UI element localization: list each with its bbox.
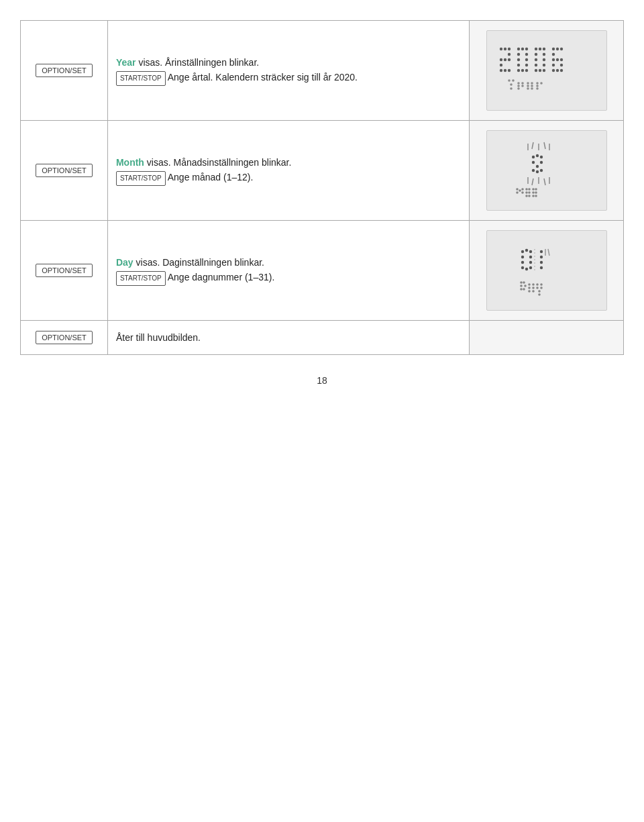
svg-point-97 (535, 188, 537, 191)
svg-point-99 (535, 191, 537, 194)
lcd-day-display (486, 230, 607, 311)
svg-point-29 (542, 58, 545, 61)
svg-point-19 (525, 64, 527, 66)
svg-point-120 (520, 285, 523, 287)
svg-point-126 (532, 283, 535, 286)
svg-point-115 (539, 261, 542, 264)
text-cell-day: Day visas. Daginställningen blinkar. STA… (107, 221, 469, 321)
svg-point-72 (535, 154, 538, 157)
svg-point-9 (503, 69, 506, 72)
svg-point-73 (539, 156, 542, 158)
svg-line-81 (532, 178, 533, 185)
svg-point-44 (551, 69, 554, 72)
day-lcd-svg (493, 237, 600, 304)
svg-point-32 (534, 69, 537, 72)
display-cell-month (470, 121, 624, 221)
svg-point-58 (527, 85, 529, 87)
svg-point-119 (520, 281, 523, 284)
svg-point-125 (528, 283, 531, 286)
svg-point-121 (520, 288, 523, 291)
svg-point-34 (542, 69, 545, 72)
svg-point-88 (521, 188, 524, 191)
option-set-button-year[interactable]: OPTION/SET (36, 64, 93, 77)
svg-point-86 (516, 191, 519, 194)
svg-point-71 (531, 156, 534, 158)
table-row: OPTION/SET Åter till huvudbilden. (21, 321, 624, 355)
svg-point-114 (539, 256, 542, 258)
svg-point-108 (529, 261, 531, 264)
svg-point-78 (535, 170, 538, 173)
svg-point-109 (521, 266, 523, 269)
svg-point-62 (536, 82, 539, 85)
svg-point-127 (528, 287, 531, 289)
svg-point-30 (534, 64, 537, 66)
svg-point-76 (535, 165, 538, 168)
button-cell-return: OPTION/SET (21, 321, 108, 355)
month-lcd-svg (493, 137, 600, 204)
start-stop-button-month[interactable]: START/STOP (116, 171, 166, 186)
text-cell-return: Åter till huvudbilden. (107, 321, 469, 355)
svg-point-38 (551, 53, 554, 56)
svg-point-107 (521, 261, 523, 264)
svg-point-55 (517, 87, 520, 90)
svg-point-5 (503, 58, 506, 61)
svg-point-60 (527, 87, 529, 90)
keyword-day: Day (116, 257, 133, 268)
svg-point-49 (510, 83, 513, 86)
svg-point-3 (507, 53, 510, 56)
svg-point-123 (524, 285, 527, 287)
return-description: Åter till huvudbilden. (116, 332, 201, 343)
svg-point-1 (503, 48, 506, 50)
option-set-button-month[interactable]: OPTION/SET (36, 164, 93, 177)
lcd-month-display (486, 130, 607, 211)
text-cell-month: Month visas. Månadsinställningen blinkar… (107, 121, 469, 221)
svg-point-74 (531, 161, 534, 164)
svg-point-17 (525, 58, 527, 61)
svg-point-113 (539, 250, 542, 253)
svg-point-0 (499, 48, 502, 50)
start-stop-button-day[interactable]: START/STOP (116, 271, 166, 286)
svg-point-14 (517, 53, 519, 56)
svg-point-93 (528, 191, 531, 194)
day-desc-2: Ange dagnummer (1–31). (168, 272, 275, 282)
svg-point-92 (525, 191, 528, 194)
svg-point-130 (532, 290, 535, 293)
option-set-button-return[interactable]: OPTION/SET (36, 331, 93, 344)
svg-point-41 (559, 58, 562, 61)
svg-point-96 (532, 188, 535, 191)
svg-point-128 (532, 287, 535, 289)
option-set-button-day[interactable]: OPTION/SET (36, 264, 93, 277)
svg-point-7 (499, 64, 502, 66)
svg-point-39 (551, 58, 554, 61)
svg-point-91 (528, 188, 531, 191)
svg-point-111 (529, 266, 531, 269)
svg-point-116 (539, 266, 542, 269)
svg-point-101 (535, 195, 537, 197)
svg-point-59 (531, 85, 533, 87)
svg-point-94 (525, 195, 528, 197)
svg-point-12 (521, 48, 523, 50)
svg-point-131 (536, 283, 539, 286)
svg-point-79 (539, 169, 542, 172)
svg-point-65 (536, 87, 539, 90)
svg-point-63 (540, 82, 543, 85)
page-number: 18 (20, 375, 624, 386)
button-cell-year: OPTION/SET (21, 21, 108, 121)
svg-point-85 (516, 188, 519, 191)
svg-point-40 (555, 58, 558, 61)
svg-point-129 (528, 290, 531, 293)
svg-point-133 (536, 287, 539, 289)
display-cell-year (470, 21, 624, 121)
svg-point-18 (517, 64, 519, 66)
svg-point-61 (531, 87, 533, 90)
svg-point-87 (519, 189, 521, 192)
start-stop-button-year[interactable]: START/STOP (116, 71, 166, 86)
svg-point-105 (521, 256, 523, 258)
svg-point-26 (534, 53, 537, 56)
svg-point-36 (555, 48, 558, 50)
svg-point-48 (512, 79, 515, 82)
svg-point-90 (525, 188, 528, 191)
svg-point-23 (534, 48, 537, 50)
svg-point-43 (559, 64, 562, 66)
svg-point-103 (525, 249, 527, 252)
